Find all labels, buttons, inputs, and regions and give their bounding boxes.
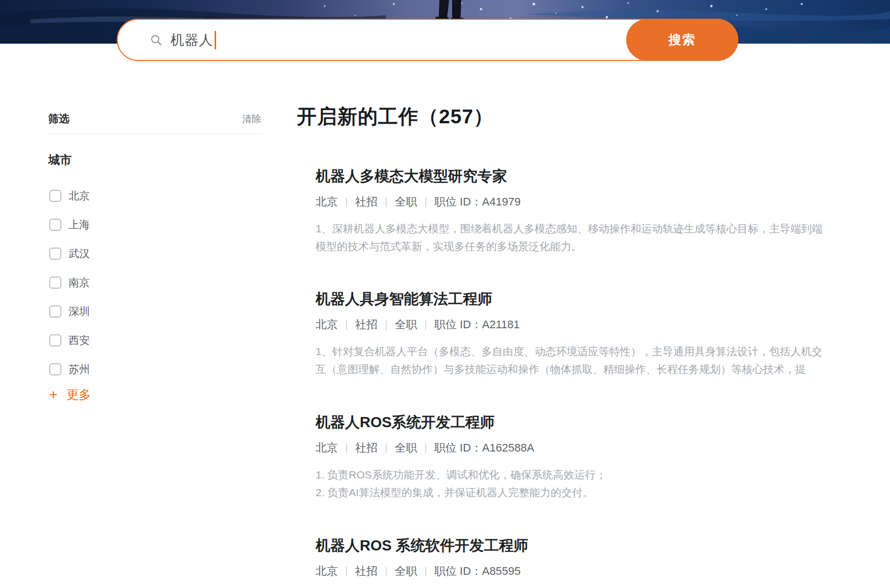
checkbox-icon[interactable] — [49, 334, 61, 347]
job-title-link[interactable]: 机器人多模态大模型研究专家 — [316, 166, 832, 186]
meta-separator — [425, 443, 426, 453]
meta-separator — [346, 320, 347, 330]
job-employment-type: 全职 — [395, 441, 417, 455]
job-description: 1、深耕机器人多模态大模型，围绕着机器人多模态感知、移动操作和运动轨迹生成等核心… — [316, 220, 832, 255]
meta-separator — [425, 567, 426, 576]
search-query-text: 机器人 — [170, 31, 213, 49]
job-card: 机器人具身智能算法工程师 北京 社招 全职 职位 ID：A21181 1、针对复… — [316, 289, 832, 378]
city-label: 南京 — [69, 275, 90, 290]
city-filter-option[interactable]: 深圳 — [48, 297, 261, 326]
checkbox-icon[interactable] — [49, 190, 61, 202]
job-location: 北京 — [316, 564, 338, 578]
job-employment-type: 全职 — [395, 195, 417, 209]
job-title-link[interactable]: 机器人ROS 系统软件开发工程师 — [316, 536, 832, 555]
city-filter-option[interactable]: 上海 — [48, 210, 261, 239]
checkbox-icon[interactable] — [49, 276, 61, 289]
plus-icon: + — [49, 388, 57, 402]
meta-separator — [386, 197, 387, 207]
city-label: 北京 — [69, 189, 90, 203]
job-description: 1. 负责ROS系统功能开发、调试和优化，确保系统高效运行； 2. 负责AI算法… — [316, 466, 832, 501]
job-hire-type: 社招 — [355, 441, 378, 455]
city-filter-option[interactable]: 武汉 — [48, 239, 261, 268]
job-meta: 北京 社招 全职 职位 ID：A162588A — [316, 441, 832, 455]
city-label: 西安 — [69, 333, 90, 348]
meta-separator — [346, 197, 347, 207]
job-id: 职位 ID：A162588A — [434, 441, 534, 455]
meta-separator — [386, 320, 387, 330]
more-cities-button[interactable]: + 更多 — [48, 387, 91, 403]
job-employment-type: 全职 — [395, 564, 417, 578]
job-card: 机器人ROS 系统软件开发工程师 北京 社招 全职 职位 ID：A85595 — [316, 536, 832, 578]
search-button[interactable]: 搜索 — [626, 19, 738, 61]
meta-separator — [346, 567, 347, 576]
job-location: 北京 — [316, 318, 338, 332]
meta-separator — [386, 443, 387, 453]
city-label: 苏州 — [69, 362, 90, 376]
job-employment-type: 全职 — [395, 318, 417, 332]
city-label: 深圳 — [69, 304, 90, 319]
more-label: 更多 — [66, 387, 91, 403]
city-label: 武汉 — [69, 247, 90, 261]
job-hire-type: 社招 — [355, 195, 378, 209]
checkbox-icon[interactable] — [49, 248, 61, 260]
city-filter-option[interactable]: 苏州 — [48, 355, 261, 384]
job-location: 北京 — [316, 195, 338, 209]
text-cursor — [215, 31, 216, 49]
meta-separator — [346, 443, 347, 453]
careers-search-page: 机器人 搜索 筛选 清除 城市 北京 上海 武汉 — [0, 0, 890, 588]
checkbox-icon[interactable] — [49, 363, 61, 375]
job-card: 机器人ROS系统开发工程师 北京 社招 全职 职位 ID：A162588A 1.… — [316, 412, 832, 501]
job-id: 职位 ID：A41979 — [434, 195, 521, 209]
job-hire-type: 社招 — [355, 318, 378, 332]
job-location: 北京 — [316, 441, 338, 455]
job-card: 机器人多模态大模型研究专家 北京 社招 全职 职位 ID：A41979 1、深耕… — [316, 166, 832, 255]
job-hire-type: 社招 — [355, 564, 378, 578]
meta-separator — [386, 567, 387, 576]
job-meta: 北京 社招 全职 职位 ID：A21181 — [316, 318, 832, 332]
city-filter-option[interactable]: 南京 — [48, 268, 261, 297]
job-meta: 北京 社招 全职 职位 ID：A85595 — [316, 564, 832, 578]
city-filter-list: 北京 上海 武汉 南京 深圳 西安 — [48, 181, 261, 384]
search-icon — [150, 34, 162, 46]
city-section-title: 城市 — [48, 152, 72, 168]
job-title-link[interactable]: 机器人具身智能算法工程师 — [316, 289, 832, 308]
job-title-link[interactable]: 机器人ROS系统开发工程师 — [316, 412, 832, 432]
city-filter-option[interactable]: 西安 — [48, 326, 261, 355]
city-label: 上海 — [69, 218, 90, 232]
meta-separator — [425, 320, 426, 330]
results-heading: 开启新的工作（257） — [297, 103, 494, 130]
job-meta: 北京 社招 全职 职位 ID：A41979 — [316, 195, 832, 209]
job-id: 职位 ID：A21181 — [434, 318, 520, 332]
job-description: 1、针对复合机器人平台（多模态、多自由度、动态环境适应等特性），主导通用具身算法… — [316, 342, 832, 378]
meta-separator — [425, 197, 426, 207]
city-filter-option[interactable]: 北京 — [48, 181, 261, 210]
checkbox-icon[interactable] — [49, 219, 61, 231]
search-bar: 机器人 搜索 — [117, 19, 738, 61]
checkbox-icon[interactable] — [49, 305, 61, 318]
clear-filters-button[interactable]: 清除 — [242, 113, 261, 126]
divider — [48, 133, 261, 134]
job-id: 职位 ID：A85595 — [434, 564, 521, 578]
filter-title: 筛选 — [48, 112, 70, 126]
